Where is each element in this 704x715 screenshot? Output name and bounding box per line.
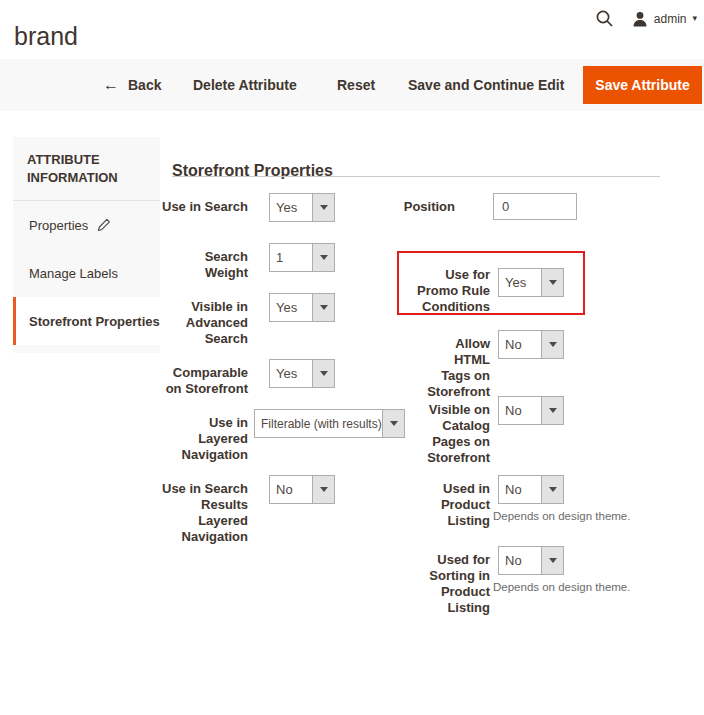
back-button-label: Back — [128, 77, 161, 93]
allow-html-tags-select[interactable]: No — [498, 330, 564, 359]
field-label: Allow HTML Tags on Storefront — [416, 330, 490, 400]
used-for-sorting-select[interactable]: No — [498, 546, 564, 575]
search-results-layered-nav-select[interactable]: No — [269, 475, 335, 504]
select-value: No — [499, 397, 541, 424]
select-arrow-icon — [541, 331, 563, 358]
account-icon — [632, 11, 648, 27]
chevron-down-icon: ▾ — [692, 14, 697, 23]
select-arrow-icon — [541, 476, 563, 503]
back-button[interactable]: ← Back — [103, 59, 161, 111]
promo-rule-conditions-select[interactable]: Yes — [498, 268, 564, 297]
reset-button[interactable]: Reset — [337, 59, 375, 111]
visible-catalog-pages-select[interactable]: No — [498, 396, 564, 425]
delete-attribute-button[interactable]: Delete Attribute — [193, 59, 297, 111]
sidebar-item-properties[interactable]: Properties — [13, 201, 160, 249]
field-label: Used for Sorting in Product Listing — [416, 546, 490, 616]
select-arrow-icon — [312, 244, 334, 271]
use-in-search-select[interactable]: Yes — [269, 193, 335, 222]
search-weight-select[interactable]: 1 — [269, 243, 335, 272]
section-heading: Storefront Properties — [172, 162, 333, 180]
page-title: brand — [14, 22, 78, 51]
select-value: Yes — [270, 360, 312, 387]
field-label: Position — [365, 193, 455, 215]
field-label: Comparable on Storefront — [152, 359, 248, 397]
pencil-icon — [97, 218, 111, 232]
select-arrow-icon — [382, 410, 404, 437]
select-arrow-icon — [541, 547, 563, 574]
select-arrow-icon — [541, 397, 563, 424]
select-arrow-icon — [541, 269, 563, 296]
select-value: 1 — [270, 244, 312, 271]
comparable-storefront-select[interactable]: Yes — [269, 359, 335, 388]
section-divider — [172, 176, 660, 177]
sidebar-item-storefront-properties[interactable]: Storefront Properties — [13, 297, 160, 345]
account-username: admin — [654, 12, 687, 26]
save-attribute-button[interactable]: Save Attribute — [583, 66, 702, 104]
position-input[interactable] — [493, 193, 577, 220]
field-label: Visible in Advanced Search — [152, 293, 248, 347]
select-arrow-icon — [312, 476, 334, 503]
field-label: Use in Search — [152, 193, 248, 215]
select-value: No — [499, 547, 541, 574]
sidebar-item-label: Storefront Properties — [29, 314, 160, 329]
header-actions: admin ▾ — [595, 9, 697, 28]
select-value: No — [270, 476, 312, 503]
layered-navigation-select[interactable]: Filterable (with results) — [254, 409, 405, 438]
field-label: Used in Product Listing — [416, 475, 490, 529]
field-label: Use for Promo Rule Conditions — [416, 265, 490, 315]
back-arrow-icon: ← — [103, 77, 119, 93]
field-label: Use in Search Results Layered Navigation — [152, 475, 248, 545]
select-arrow-icon — [312, 360, 334, 387]
field-label: Visible on Catalog Pages on Storefront — [416, 396, 490, 466]
sidebar-title: ATTRIBUTE INFORMATION — [13, 137, 160, 201]
save-and-continue-button[interactable]: Save and Continue Edit — [408, 59, 564, 111]
select-value: No — [499, 476, 541, 503]
sidebar-item-label: Properties — [29, 218, 88, 233]
select-value: No — [499, 331, 541, 358]
select-value: Yes — [270, 294, 312, 321]
search-icon[interactable] — [595, 9, 614, 28]
select-arrow-icon — [312, 294, 334, 321]
select-value: Yes — [270, 194, 312, 221]
sidebar-item-manage-labels[interactable]: Manage Labels — [13, 249, 160, 297]
toolbar: ← Back Delete Attribute Reset Save and C… — [0, 59, 704, 111]
field-label: Search Weight — [152, 243, 248, 281]
used-in-product-listing-select[interactable]: No — [498, 475, 564, 504]
sidebar-item-label: Manage Labels — [29, 266, 118, 281]
field-label: Use in Layered Navigation — [152, 409, 248, 463]
field-note: Depends on design theme. — [493, 510, 630, 522]
field-note: Depends on design theme. — [493, 581, 630, 593]
select-arrow-icon — [312, 194, 334, 221]
select-value: Yes — [499, 269, 541, 296]
attribute-info-sidebar: ATTRIBUTE INFORMATION Properties Manage … — [13, 137, 160, 353]
visible-advanced-search-select[interactable]: Yes — [269, 293, 335, 322]
account-menu[interactable]: admin ▾ — [632, 11, 697, 27]
select-value: Filterable (with results) — [255, 410, 382, 437]
